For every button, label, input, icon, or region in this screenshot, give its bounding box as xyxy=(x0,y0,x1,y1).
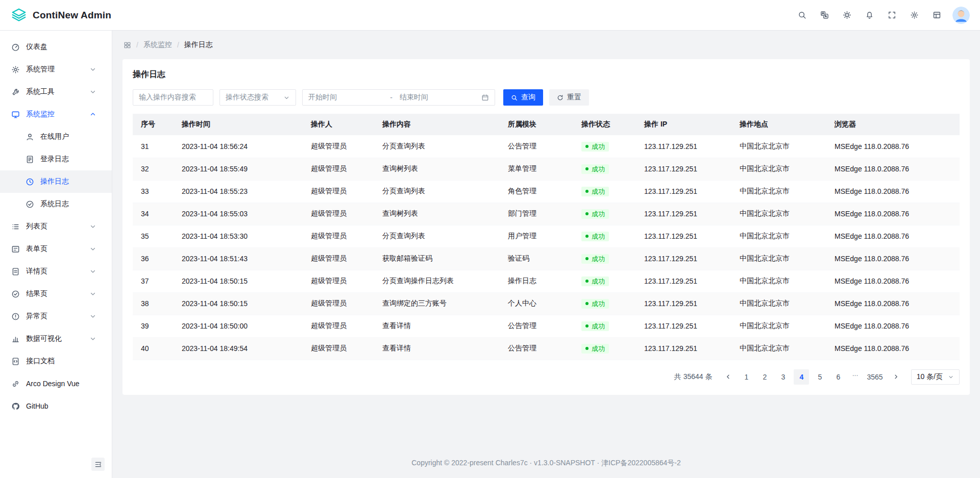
column-header: 操作 IP xyxy=(636,114,731,135)
sidebar-item[interactable]: 系统监控 xyxy=(0,103,112,125)
breadcrumb-item-current: 操作日志 xyxy=(184,40,213,49)
table-cell: 36 xyxy=(133,247,174,270)
query-button[interactable]: 查询 xyxy=(503,89,543,106)
status-dot-icon xyxy=(585,257,589,260)
refresh-icon xyxy=(557,94,564,101)
user-avatar[interactable] xyxy=(952,7,970,24)
sidebar-item[interactable]: 列表页 xyxy=(0,215,112,238)
table-cell: 34 xyxy=(133,203,174,225)
sidebar-subitem-label: 在线用户 xyxy=(40,132,103,141)
exception-icon xyxy=(11,312,20,321)
main-content: / 系统监控 / 操作日志 操作日志 输入操作内容搜索 操作状态搜索 开始时间 … xyxy=(112,31,980,478)
translate-button[interactable] xyxy=(816,7,833,24)
page-button[interactable]: 3565 xyxy=(864,369,885,385)
search-button[interactable] xyxy=(793,7,811,24)
page-button[interactable]: 6 xyxy=(830,369,846,385)
status-label: 成功 xyxy=(592,143,605,150)
sidebar-item-label: Arco Design Vue xyxy=(26,380,103,388)
table-row: 402023-11-04 18:49:54超级管理员查看详情公告管理成功123.… xyxy=(133,337,960,360)
prev-page-button[interactable] xyxy=(720,369,736,385)
list-icon xyxy=(11,222,20,231)
table-cell: MSEdge 118.0.2088.76 xyxy=(826,158,960,180)
sidebar-item[interactable]: 接口文档 xyxy=(0,350,112,372)
table-cell: 成功 xyxy=(573,270,636,292)
page-size-select[interactable]: 10 条/页 xyxy=(911,369,960,385)
table-row: 312023-11-04 18:56:24超级管理员分页查询列表公告管理成功12… xyxy=(133,135,960,158)
table-row: 322023-11-04 18:55:49超级管理员查询树列表菜单管理成功123… xyxy=(133,158,960,180)
dashboard-icon xyxy=(11,43,20,52)
breadcrumb-item-monitor[interactable]: 系统监控 xyxy=(143,40,172,49)
app-logo[interactable]: ContiNew Admin xyxy=(10,7,111,24)
date-range-picker[interactable]: 开始时间 - 结束时间 xyxy=(302,89,495,106)
page-button[interactable]: 3 xyxy=(775,369,791,385)
chevron-down-icon xyxy=(89,268,96,275)
table-cell: 超级管理员 xyxy=(303,270,374,292)
sidebar-item-label: 系统监控 xyxy=(26,110,89,119)
sidebar-item[interactable]: 系统管理 xyxy=(0,58,112,81)
column-header: 操作人 xyxy=(303,114,374,135)
chevron-down-icon xyxy=(89,290,96,297)
table-cell: 查询树列表 xyxy=(374,203,500,225)
sidebar-item[interactable]: 系统工具 xyxy=(0,81,112,103)
page-button[interactable]: 5 xyxy=(812,369,827,385)
sidebar-subitem[interactable]: 在线用户 xyxy=(0,125,112,148)
table-cell: 用户管理 xyxy=(500,225,573,247)
footer-copyright: Copyright © 2022-present Charles7c · v1.… xyxy=(112,447,980,478)
table-cell: 123.117.129.251 xyxy=(636,158,731,180)
table-cell: 分页查询列表 xyxy=(374,180,500,203)
table-cell: 中国北京北京市 xyxy=(731,158,826,180)
table-cell: 个人中心 xyxy=(500,292,573,315)
sidebar-item[interactable]: 仪表盘 xyxy=(0,36,112,58)
status-label: 成功 xyxy=(592,233,605,240)
sidebar-item[interactable]: 数据可视化 xyxy=(0,328,112,350)
status-dot-icon xyxy=(585,167,589,170)
status-dot-icon xyxy=(585,302,589,305)
sidebar-item[interactable]: Arco Design Vue xyxy=(0,372,112,395)
sidebar-subitem[interactable]: 登录日志 xyxy=(0,148,112,170)
table-cell: 公告管理 xyxy=(500,337,573,360)
table-cell: MSEdge 118.0.2088.76 xyxy=(826,180,960,203)
table-cell: 成功 xyxy=(573,225,636,247)
settings-button[interactable] xyxy=(905,7,923,24)
table-cell: MSEdge 118.0.2088.76 xyxy=(826,315,960,337)
sidebar-item[interactable]: 详情页 xyxy=(0,260,112,283)
filter-bar: 输入操作内容搜索 操作状态搜索 开始时间 - 结束时间 xyxy=(133,89,960,106)
status-select[interactable]: 操作状态搜索 xyxy=(219,89,296,106)
table-cell: 成功 xyxy=(573,158,636,180)
apps-icon[interactable] xyxy=(124,41,131,49)
column-header: 序号 xyxy=(133,114,174,135)
next-page-button[interactable] xyxy=(889,369,904,385)
sidebar-subitem[interactable]: 系统日志 xyxy=(0,193,112,215)
login-log-icon xyxy=(26,155,34,164)
chevron-down-icon xyxy=(89,223,96,230)
layout-icon xyxy=(933,11,941,19)
status-dot-icon xyxy=(585,145,589,148)
pagination-ellipsis: ... xyxy=(849,369,861,385)
theme-icon xyxy=(843,11,851,19)
table-cell: 中国北京北京市 xyxy=(731,135,826,158)
sidebar-item[interactable]: GitHub xyxy=(0,395,112,417)
reset-button[interactable]: 重置 xyxy=(549,89,589,106)
sidebar-item[interactable]: 表单页 xyxy=(0,238,112,260)
sidebar-subitem[interactable]: 操作日志 xyxy=(0,170,112,193)
operation-search-input[interactable]: 输入操作内容搜索 xyxy=(133,89,213,106)
sidebar-item[interactable]: 结果页 xyxy=(0,283,112,305)
sidebar-item[interactable]: 异常页 xyxy=(0,305,112,328)
sidebar-item-label: 系统管理 xyxy=(26,65,89,74)
chevron-right-icon xyxy=(893,373,899,380)
page-button[interactable]: 2 xyxy=(757,369,772,385)
page-button[interactable]: 1 xyxy=(739,369,754,385)
layout-button[interactable] xyxy=(928,7,945,24)
table-cell: 成功 xyxy=(573,180,636,203)
sidebar-collapse-button[interactable] xyxy=(91,458,105,471)
page-size-value: 10 条/页 xyxy=(917,372,943,382)
fullscreen-button[interactable] xyxy=(883,7,900,24)
header-actions xyxy=(793,7,970,24)
column-header: 操作时间 xyxy=(174,114,303,135)
page-button[interactable]: 4 xyxy=(794,369,809,385)
status-dot-icon xyxy=(585,280,589,283)
table-cell: MSEdge 118.0.2088.76 xyxy=(826,247,960,270)
chevron-down-icon xyxy=(89,313,96,320)
notification-button[interactable] xyxy=(861,7,878,24)
theme-button[interactable] xyxy=(838,7,855,24)
